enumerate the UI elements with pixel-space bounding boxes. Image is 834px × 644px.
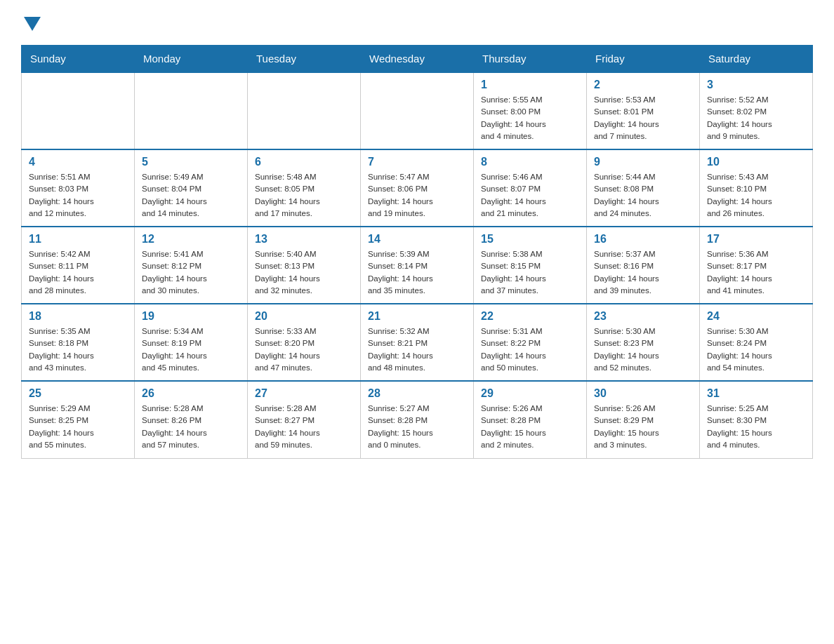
day-number: 3 <box>707 79 805 91</box>
day-number: 29 <box>481 387 579 400</box>
calendar-cell: 22Sunrise: 5:31 AMSunset: 8:22 PMDayligh… <box>474 304 587 381</box>
calendar-cell: 19Sunrise: 5:34 AMSunset: 8:19 PMDayligh… <box>135 304 248 381</box>
day-info: Sunrise: 5:28 AMSunset: 8:27 PMDaylight:… <box>255 403 353 451</box>
day-number: 17 <box>707 233 805 246</box>
calendar-cell: 16Sunrise: 5:37 AMSunset: 8:16 PMDayligh… <box>587 227 700 304</box>
calendar-cell: 3Sunrise: 5:52 AMSunset: 8:02 PMDaylight… <box>700 72 813 149</box>
day-number: 7 <box>368 156 466 168</box>
calendar-cell: 24Sunrise: 5:30 AMSunset: 8:24 PMDayligh… <box>700 304 813 381</box>
day-number: 24 <box>707 310 805 323</box>
calendar-cell: 9Sunrise: 5:44 AMSunset: 8:08 PMDaylight… <box>587 149 700 227</box>
day-info: Sunrise: 5:30 AMSunset: 8:24 PMDaylight:… <box>707 326 805 374</box>
calendar-cell: 7Sunrise: 5:47 AMSunset: 8:06 PMDaylight… <box>361 149 474 227</box>
day-number: 21 <box>368 310 466 323</box>
day-info: Sunrise: 5:53 AMSunset: 8:01 PMDaylight:… <box>594 94 692 142</box>
day-info: Sunrise: 5:31 AMSunset: 8:22 PMDaylight:… <box>481 326 579 374</box>
calendar-cell: 4Sunrise: 5:51 AMSunset: 8:03 PMDaylight… <box>22 149 135 227</box>
day-info: Sunrise: 5:33 AMSunset: 8:20 PMDaylight:… <box>255 326 353 374</box>
calendar-cell: 17Sunrise: 5:36 AMSunset: 8:17 PMDayligh… <box>700 227 813 304</box>
calendar-header-sunday: Sunday <box>22 46 135 73</box>
calendar-header-saturday: Saturday <box>700 46 813 73</box>
calendar-cell: 31Sunrise: 5:25 AMSunset: 8:30 PMDayligh… <box>700 381 813 458</box>
logo <box>21 14 41 31</box>
page-header <box>21 14 813 31</box>
day-info: Sunrise: 5:39 AMSunset: 8:14 PMDaylight:… <box>368 248 466 297</box>
calendar-cell: 1Sunrise: 5:55 AMSunset: 8:00 PMDaylight… <box>474 72 587 149</box>
calendar-cell <box>22 72 135 149</box>
week-row-1: 1Sunrise: 5:55 AMSunset: 8:00 PMDaylight… <box>22 72 813 149</box>
day-info: Sunrise: 5:25 AMSunset: 8:30 PMDaylight:… <box>707 403 805 451</box>
calendar-cell: 20Sunrise: 5:33 AMSunset: 8:20 PMDayligh… <box>248 304 361 381</box>
day-number: 28 <box>368 387 466 400</box>
calendar-cell: 26Sunrise: 5:28 AMSunset: 8:26 PMDayligh… <box>135 381 248 458</box>
calendar-cell <box>248 72 361 149</box>
day-info: Sunrise: 5:48 AMSunset: 8:05 PMDaylight:… <box>255 171 353 220</box>
calendar-cell: 14Sunrise: 5:39 AMSunset: 8:14 PMDayligh… <box>361 227 474 304</box>
day-number: 14 <box>368 233 466 246</box>
day-info: Sunrise: 5:30 AMSunset: 8:23 PMDaylight:… <box>594 326 692 374</box>
day-number: 9 <box>594 156 692 168</box>
day-number: 27 <box>255 387 353 400</box>
calendar-header-wednesday: Wednesday <box>361 46 474 73</box>
calendar-cell: 30Sunrise: 5:26 AMSunset: 8:29 PMDayligh… <box>587 381 700 458</box>
day-info: Sunrise: 5:44 AMSunset: 8:08 PMDaylight:… <box>594 171 692 220</box>
day-number: 10 <box>707 156 805 168</box>
day-info: Sunrise: 5:40 AMSunset: 8:13 PMDaylight:… <box>255 248 353 297</box>
calendar-cell <box>135 72 248 149</box>
week-row-4: 18Sunrise: 5:35 AMSunset: 8:18 PMDayligh… <box>22 304 813 381</box>
day-number: 4 <box>29 156 127 168</box>
day-info: Sunrise: 5:51 AMSunset: 8:03 PMDaylight:… <box>29 171 127 220</box>
calendar-cell: 12Sunrise: 5:41 AMSunset: 8:12 PMDayligh… <box>135 227 248 304</box>
day-info: Sunrise: 5:36 AMSunset: 8:17 PMDaylight:… <box>707 248 805 297</box>
day-info: Sunrise: 5:47 AMSunset: 8:06 PMDaylight:… <box>368 171 466 220</box>
day-info: Sunrise: 5:43 AMSunset: 8:10 PMDaylight:… <box>707 171 805 220</box>
calendar-header-monday: Monday <box>135 46 248 73</box>
day-number: 18 <box>29 310 127 323</box>
day-info: Sunrise: 5:35 AMSunset: 8:18 PMDaylight:… <box>29 326 127 374</box>
day-number: 13 <box>255 233 353 246</box>
day-number: 31 <box>707 387 805 400</box>
day-info: Sunrise: 5:34 AMSunset: 8:19 PMDaylight:… <box>142 326 240 374</box>
day-info: Sunrise: 5:52 AMSunset: 8:02 PMDaylight:… <box>707 94 805 142</box>
day-number: 5 <box>142 156 240 168</box>
calendar-header-tuesday: Tuesday <box>248 46 361 73</box>
day-number: 26 <box>142 387 240 400</box>
calendar-cell: 25Sunrise: 5:29 AMSunset: 8:25 PMDayligh… <box>22 381 135 458</box>
day-info: Sunrise: 5:46 AMSunset: 8:07 PMDaylight:… <box>481 171 579 220</box>
calendar-header-friday: Friday <box>587 46 700 73</box>
calendar-cell: 15Sunrise: 5:38 AMSunset: 8:15 PMDayligh… <box>474 227 587 304</box>
day-info: Sunrise: 5:55 AMSunset: 8:00 PMDaylight:… <box>481 94 579 142</box>
logo-triangle-icon <box>24 17 41 31</box>
day-info: Sunrise: 5:29 AMSunset: 8:25 PMDaylight:… <box>29 403 127 451</box>
day-number: 19 <box>142 310 240 323</box>
calendar-cell: 29Sunrise: 5:26 AMSunset: 8:28 PMDayligh… <box>474 381 587 458</box>
calendar-cell: 18Sunrise: 5:35 AMSunset: 8:18 PMDayligh… <box>22 304 135 381</box>
day-number: 12 <box>142 233 240 246</box>
day-number: 2 <box>594 79 692 91</box>
week-row-3: 11Sunrise: 5:42 AMSunset: 8:11 PMDayligh… <box>22 227 813 304</box>
day-number: 23 <box>594 310 692 323</box>
calendar-header-row: SundayMondayTuesdayWednesdayThursdayFrid… <box>22 46 813 73</box>
day-info: Sunrise: 5:27 AMSunset: 8:28 PMDaylight:… <box>368 403 466 451</box>
calendar-table: SundayMondayTuesdayWednesdayThursdayFrid… <box>21 45 813 459</box>
day-info: Sunrise: 5:38 AMSunset: 8:15 PMDaylight:… <box>481 248 579 297</box>
calendar-cell <box>361 72 474 149</box>
day-info: Sunrise: 5:32 AMSunset: 8:21 PMDaylight:… <box>368 326 466 374</box>
day-number: 22 <box>481 310 579 323</box>
day-number: 11 <box>29 233 127 246</box>
calendar-header-thursday: Thursday <box>474 46 587 73</box>
day-info: Sunrise: 5:41 AMSunset: 8:12 PMDaylight:… <box>142 248 240 297</box>
calendar-cell: 23Sunrise: 5:30 AMSunset: 8:23 PMDayligh… <box>587 304 700 381</box>
calendar-cell: 13Sunrise: 5:40 AMSunset: 8:13 PMDayligh… <box>248 227 361 304</box>
day-number: 6 <box>255 156 353 168</box>
day-info: Sunrise: 5:42 AMSunset: 8:11 PMDaylight:… <box>29 248 127 297</box>
day-info: Sunrise: 5:26 AMSunset: 8:29 PMDaylight:… <box>594 403 692 451</box>
calendar-cell: 27Sunrise: 5:28 AMSunset: 8:27 PMDayligh… <box>248 381 361 458</box>
day-number: 25 <box>29 387 127 400</box>
day-info: Sunrise: 5:28 AMSunset: 8:26 PMDaylight:… <box>142 403 240 451</box>
day-number: 30 <box>594 387 692 400</box>
calendar-cell: 21Sunrise: 5:32 AMSunset: 8:21 PMDayligh… <box>361 304 474 381</box>
week-row-2: 4Sunrise: 5:51 AMSunset: 8:03 PMDaylight… <box>22 149 813 227</box>
calendar-cell: 5Sunrise: 5:49 AMSunset: 8:04 PMDaylight… <box>135 149 248 227</box>
day-number: 1 <box>481 79 579 91</box>
